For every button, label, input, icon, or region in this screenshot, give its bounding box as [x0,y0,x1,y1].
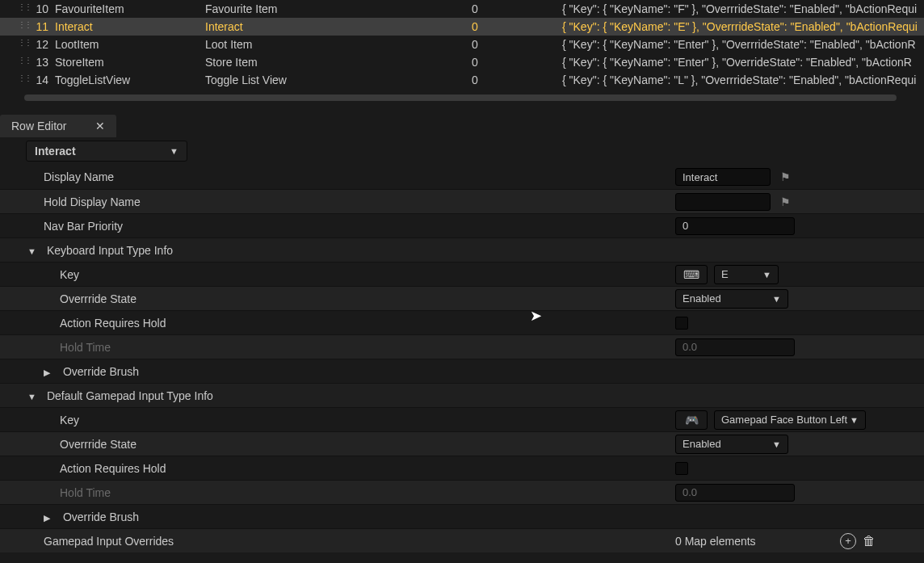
row-display: Toggle List View [205,74,472,86]
gamepad-hold-time-input[interactable] [675,484,795,502]
expand-down-icon[interactable]: ▼ [27,246,39,256]
hold-display-name-input[interactable] [675,193,771,211]
table-row[interactable]: 12 LootItem Loot Item 0 { "Key": { "KeyN… [0,36,924,53]
row-json: { "Key": { "KeyName": "Enter" }, "Overri… [562,56,924,69]
section-keyboard[interactable]: ▼ Keyboard Input Type Info [0,244,675,257]
close-icon[interactable]: ✕ [95,120,105,132]
chevron-down-icon: ▼ [772,439,781,449]
row-number: 0 [472,2,562,15]
gamepad-override-dropdown[interactable]: Enabled ▼ [675,435,788,454]
row-name: ToggleListView [55,74,205,86]
section-override-brush[interactable]: ▶ Override Brush [0,365,675,378]
keyboard-hold-time-input[interactable] [675,338,795,356]
expand-right-icon[interactable]: ▶ [44,368,55,378]
prop-label: Action Requires Hold [0,317,675,330]
table-row[interactable]: 14 ToggleListView Toggle List View 0 { "… [0,71,924,89]
prop-label: Overrride State [0,438,675,451]
row-index: 14 [32,74,55,86]
row-number: 0 [472,38,562,51]
row-json: { "Key": { "KeyName": "L" }, "OverrrideS… [562,74,924,86]
tab-bar: Row Editor ✕ [0,115,924,137]
section-gamepad[interactable]: ▼ Default Gamepad Input Type Info [0,389,675,402]
drag-handle-icon[interactable] [16,74,27,86]
table-row[interactable]: 13 StoreItem Store Item 0 { "Key": { "Ke… [0,53,924,71]
row-display: Loot Item [205,38,472,51]
row-display: Interact [205,20,472,33]
row-select-value: Interact [35,145,76,158]
row-select-dropdown[interactable]: Interact ▼ [26,141,187,162]
trash-icon[interactable]: 🗑 [863,534,876,548]
row-index: 12 [32,38,55,51]
tab-title: Row Editor [11,120,66,132]
prop-label: Overrride State [0,292,675,305]
row-json: { "Key": { "KeyName": "F" }, "OverrrideS… [562,2,924,15]
row-name: LootItem [55,38,205,51]
row-display: Favourite Item [205,2,472,15]
table-row[interactable]: 10 FavouriteItem Favourite Item 0 { "Key… [0,0,924,18]
row-json: { "Key": { "KeyName": "E" }, "OverrrideS… [562,20,924,33]
expand-right-icon[interactable]: ▶ [44,513,55,523]
keyboard-key-dropdown[interactable]: E ▼ [714,265,779,284]
row-json: { "Key": { "KeyName": "Enter" }, "Overrr… [562,38,924,51]
nav-bar-priority-input[interactable] [675,217,795,235]
gamepad-key-dropdown[interactable]: Gamepad Face Button Left ▼ [714,410,866,430]
keyboard-hold-checkbox[interactable] [675,317,688,330]
drag-handle-icon[interactable] [16,39,27,50]
row-index: 11 [32,20,55,33]
gamepad-icon[interactable]: 🎮 [675,410,708,430]
display-name-input[interactable] [675,168,771,186]
row-number: 0 [472,20,562,33]
row-display: Store Item [205,56,472,69]
prop-label: Hold Display Name [0,195,675,208]
data-table: 10 FavouriteItem Favourite Item 0 { "Key… [0,0,924,89]
drag-handle-icon[interactable] [16,21,27,32]
prop-label: Nav Bar Priority [0,220,675,233]
property-panel: Display Name ⚑ Hold Display Name ⚑ Nav B… [0,165,924,552]
chevron-down-icon: ▼ [762,270,771,279]
row-name: StoreItem [55,56,205,69]
flag-icon[interactable]: ⚑ [777,170,793,184]
drag-handle-icon[interactable] [16,57,27,68]
drag-handle-icon[interactable] [16,3,27,15]
row-number: 0 [472,56,562,69]
chevron-down-icon: ▼ [850,415,859,425]
prop-label: Hold Time [0,341,675,354]
prop-label: Gamepad Input Overrides [0,535,675,548]
prop-label: Key [0,414,675,426]
row-number: 0 [472,74,562,86]
prop-label: Hold Time [0,486,675,499]
table-row[interactable]: 11 Interact Interact 0 { "Key": { "KeyNa… [0,18,924,36]
keyboard-icon[interactable]: ⌨ [675,265,708,284]
section-override-brush[interactable]: ▶ Override Brush [0,510,675,523]
map-elements-count: 0 Map elements [675,535,756,548]
prop-label: Action Requires Hold [0,462,675,475]
flag-icon[interactable]: ⚑ [777,195,793,209]
tab-row-editor[interactable]: Row Editor ✕ [0,115,116,137]
expand-down-icon[interactable]: ▼ [27,392,39,401]
row-index: 10 [32,2,55,15]
gamepad-hold-checkbox[interactable] [675,462,688,475]
horizontal-scrollbar[interactable] [0,92,924,103]
add-element-button[interactable]: + [840,533,856,549]
row-name: Interact [55,20,205,33]
prop-label: Key [0,268,675,281]
row-name: FavouriteItem [55,2,205,15]
chevron-down-icon: ▼ [170,146,178,156]
keyboard-override-dropdown[interactable]: Enabled ▼ [675,289,788,309]
row-index: 13 [32,56,55,69]
chevron-down-icon: ▼ [772,294,781,304]
prop-label: Display Name [0,170,675,183]
